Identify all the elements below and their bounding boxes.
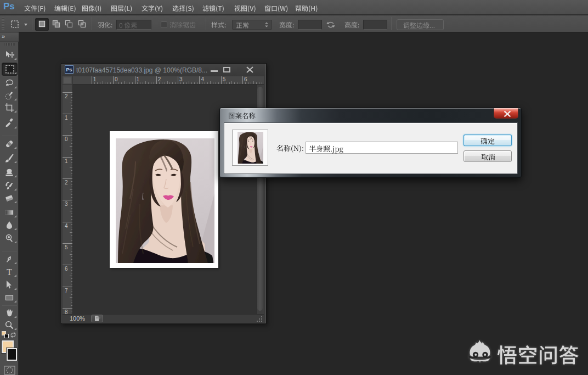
svg-text:T: T xyxy=(7,267,12,277)
